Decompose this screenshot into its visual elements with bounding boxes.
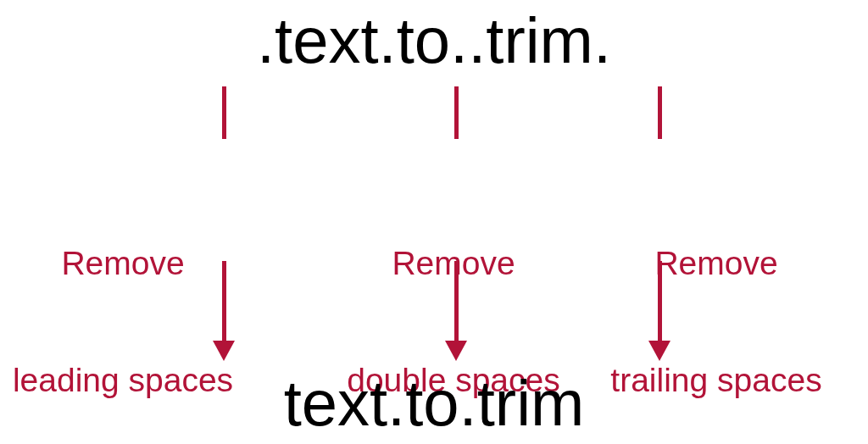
label-line: Remove [314, 244, 593, 283]
connector-line-trailing [658, 86, 662, 139]
label-line: Remove [576, 244, 856, 283]
output-string: text.to.trim [0, 371, 868, 436]
arrow-shaft-leading [222, 261, 226, 342]
arrow-head-icon [445, 341, 467, 361]
arrow-head-icon [213, 341, 235, 361]
label-line: Remove [0, 244, 246, 283]
input-string: .text.to..trim. [0, 8, 868, 73]
arrow-head-icon [648, 341, 670, 361]
connector-line-double [454, 86, 459, 139]
connector-line-leading [222, 86, 226, 139]
arrow-shaft-double [454, 261, 459, 342]
diagram-canvas: .text.to..trim. Remove leading spaces Re… [0, 0, 868, 444]
arrow-shaft-trailing [658, 261, 662, 342]
